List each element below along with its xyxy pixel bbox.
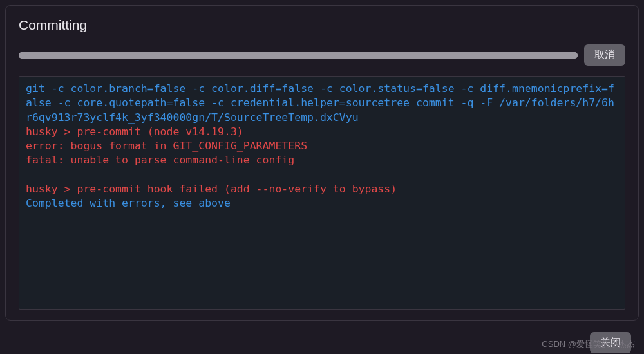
console-line: husky > pre-commit hook failed (add --no… (26, 182, 618, 196)
progress-bar (19, 52, 578, 59)
dialog-title: Committing (19, 17, 625, 33)
commit-dialog: Committing 取消 git -c color.branch=false … (5, 5, 639, 321)
watermark: CSDN @爱怪笑的小杰杰 (542, 339, 635, 350)
progress-fill (19, 52, 578, 59)
console-line: fatal: unable to parse command-line conf… (26, 153, 618, 167)
console-output[interactable]: git -c color.branch=false -c color.diff=… (19, 76, 625, 310)
console-line: error: bogus format in GIT_CONFIG_PARAME… (26, 139, 618, 153)
cancel-button[interactable]: 取消 (584, 44, 625, 66)
console-line: husky > pre-commit (node v14.19.3) (26, 125, 618, 139)
console-line: Completed with errors, see above (26, 196, 618, 210)
progress-row: 取消 (19, 44, 625, 66)
console-line: git -c color.branch=false -c color.diff=… (26, 82, 618, 125)
console-line (26, 168, 618, 182)
